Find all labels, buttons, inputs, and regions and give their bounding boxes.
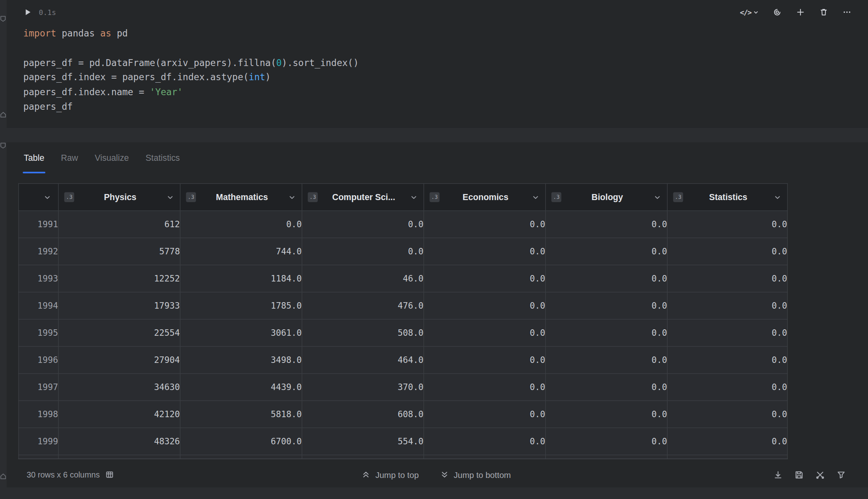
cell[interactable]: 0.0: [667, 265, 787, 292]
column-menu-icon: [532, 193, 540, 202]
cell-start-marker-icon: [0, 15, 6, 22]
column-header-physics[interactable]: .3Physics: [58, 183, 180, 211]
cell[interactable]: 27904: [58, 346, 180, 373]
column-header-computer-sci[interactable]: .3Computer Sci...: [302, 183, 424, 211]
cell[interactable]: 12252: [58, 265, 180, 292]
cell[interactable]: 0.0: [424, 401, 546, 428]
code-editor[interactable]: import pandas as pd papers_df = pd.DataF…: [6, 24, 868, 114]
cell[interactable]: 5778: [58, 238, 180, 265]
tools-button[interactable]: [815, 470, 825, 479]
cell[interactable]: 0.0: [546, 211, 668, 238]
column-header-biology[interactable]: .3Biology: [546, 183, 668, 211]
row-index[interactable]: 1996: [19, 346, 58, 373]
cell[interactable]: 22554: [58, 319, 180, 346]
column-header-statistics[interactable]: .3Statistics: [667, 183, 787, 211]
cell[interactable]: 1184.0: [180, 265, 302, 292]
column-title: Economics: [443, 192, 528, 202]
row-index[interactable]: 1995: [19, 319, 58, 346]
cell[interactable]: 0.0: [667, 401, 787, 428]
tab-visualize[interactable]: Visualize: [94, 152, 130, 174]
output-panel: TableRawVisualizeStatistics .3Physics.3M…: [6, 142, 868, 487]
cell[interactable]: 612: [58, 211, 180, 238]
row-index[interactable]: 1997: [19, 373, 58, 401]
cell[interactable]: 0.0: [302, 238, 424, 265]
cell[interactable]: 5818.0: [180, 401, 302, 428]
cell[interactable]: 0.0: [546, 346, 668, 373]
cell[interactable]: 476.0: [302, 292, 424, 319]
cell[interactable]: 0.0: [424, 211, 546, 238]
cell[interactable]: 0.0: [546, 401, 668, 428]
cell[interactable]: 554.0: [302, 428, 424, 455]
cell[interactable]: 0.0: [667, 346, 787, 373]
table-row: 1994179331785.0476.00.00.00.0: [19, 292, 787, 319]
cell[interactable]: 0.0: [546, 292, 668, 319]
chevron-down-icon: [43, 193, 52, 202]
cell[interactable]: 0.0: [667, 292, 787, 319]
tab-table[interactable]: Table: [23, 152, 45, 174]
row-index[interactable]: 1991: [19, 211, 58, 238]
spiral-button[interactable]: [773, 8, 782, 17]
jump-to-top-button[interactable]: Jump to top: [362, 470, 419, 479]
more-options-button[interactable]: [842, 8, 851, 17]
column-type-badge: .3: [673, 192, 683, 202]
row-index[interactable]: 1998: [19, 401, 58, 428]
cell[interactable]: 0.0: [546, 319, 668, 346]
save-icon: [794, 470, 804, 479]
cell[interactable]: 0.0: [546, 238, 668, 265]
row-index[interactable]: 1999: [19, 428, 58, 455]
cell: [424, 455, 546, 459]
column-header-economics[interactable]: .3Economics: [424, 183, 546, 211]
cell[interactable]: 0.0: [667, 211, 787, 238]
cell[interactable]: 0.0: [180, 211, 302, 238]
cell[interactable]: 508.0: [302, 319, 424, 346]
cell[interactable]: 0.0: [424, 373, 546, 401]
cell[interactable]: 0.0: [546, 428, 668, 455]
code-visibility-button[interactable]: </>: [740, 8, 758, 17]
delete-cell-button[interactable]: [819, 8, 828, 17]
cell[interactable]: 34630: [58, 373, 180, 401]
cell[interactable]: 0.0: [546, 373, 668, 401]
cell[interactable]: 0.0: [424, 238, 546, 265]
filter-button[interactable]: [836, 470, 846, 479]
cell[interactable]: 744.0: [180, 238, 302, 265]
cell[interactable]: 17933: [58, 292, 180, 319]
code-token: ): [265, 72, 271, 83]
cell[interactable]: 0.0: [424, 346, 546, 373]
cell[interactable]: 1785.0: [180, 292, 302, 319]
run-cell-button[interactable]: [23, 8, 32, 17]
add-cell-button[interactable]: [796, 8, 805, 17]
cell[interactable]: 4439.0: [180, 373, 302, 401]
save-button[interactable]: [794, 470, 804, 479]
tab-statistics[interactable]: Statistics: [145, 152, 181, 174]
code-cell: 0.1s </>: [6, 0, 868, 128]
cell[interactable]: 0.0: [424, 319, 546, 346]
cell[interactable]: 0.0: [667, 373, 787, 401]
cell[interactable]: 6700.0: [180, 428, 302, 455]
cell[interactable]: 370.0: [302, 373, 424, 401]
cell[interactable]: 42120: [58, 401, 180, 428]
export-button[interactable]: [773, 470, 783, 479]
cell[interactable]: 3061.0: [180, 319, 302, 346]
column-header-mathematics[interactable]: .3Mathematics: [180, 183, 302, 211]
output-tabs: TableRawVisualizeStatistics: [6, 142, 868, 174]
cell[interactable]: 0.0: [546, 265, 668, 292]
row-index[interactable]: 1992: [19, 238, 58, 265]
cell[interactable]: 0.0: [667, 319, 787, 346]
jump-to-bottom-button[interactable]: Jump to bottom: [440, 470, 511, 479]
cell[interactable]: 0.0: [667, 428, 787, 455]
row-index[interactable]: 1993: [19, 265, 58, 292]
cell[interactable]: 0.0: [424, 292, 546, 319]
cell[interactable]: 48326: [58, 428, 180, 455]
tab-raw[interactable]: Raw: [60, 152, 79, 174]
cell[interactable]: 0.0: [424, 428, 546, 455]
cell[interactable]: 464.0: [302, 346, 424, 373]
row-index[interactable]: 1994: [19, 292, 58, 319]
cell[interactable]: 0.0: [424, 265, 546, 292]
cell[interactable]: 46.0: [302, 265, 424, 292]
cell[interactable]: 3498.0: [180, 346, 302, 373]
cell[interactable]: 0.0: [667, 238, 787, 265]
index-column-header[interactable]: [19, 183, 58, 211]
table-dimensions: 30 rows x 6 columns: [27, 470, 100, 479]
cell[interactable]: 0.0: [302, 211, 424, 238]
cell[interactable]: 608.0: [302, 401, 424, 428]
